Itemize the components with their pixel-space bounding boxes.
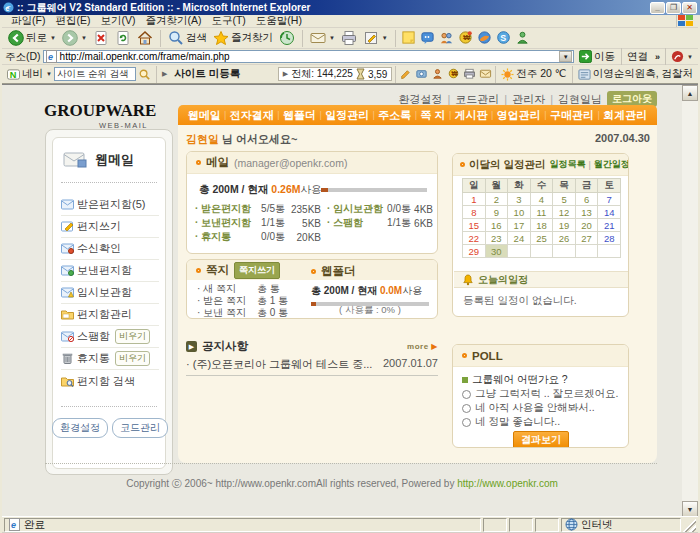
poll-result-button[interactable]: 결과보기 <box>513 431 569 448</box>
memo-write-button[interactable]: 쪽지쓰기 <box>234 262 280 279</box>
sidebar-item-6[interactable]: 편지함관리 <box>61 304 159 326</box>
msn-icon[interactable]: S <box>496 30 511 47</box>
footer-link[interactable]: http://www.openkr.com <box>457 478 558 489</box>
mail2-icon[interactable] <box>479 67 492 82</box>
naver-search-input[interactable]: 사이트 순위 검색 <box>54 67 136 81</box>
links-button[interactable]: 연결 » <box>625 47 662 66</box>
calendar-day[interactable]: 14 <box>598 206 621 219</box>
calendar-day[interactable]: 24 <box>508 232 531 245</box>
messenger-icon[interactable] <box>420 30 435 47</box>
menu-item[interactable]: 도움말(H) <box>251 14 307 28</box>
calendar-day[interactable]: 9 <box>485 206 508 219</box>
menu-item[interactable]: 편집(E) <box>50 14 95 28</box>
edit-button[interactable]: ▼ <box>361 29 390 48</box>
naver-logo-button[interactable]: N 네비▼ <box>5 65 54 84</box>
nav-tab-2[interactable]: 전자결재 <box>230 108 274 123</box>
radio-icon[interactable] <box>462 404 471 413</box>
resize-grip[interactable] <box>683 518 696 532</box>
favorites-button[interactable]: 즐겨찾기 <box>211 29 275 48</box>
nav-tab-1[interactable]: 웹메일 <box>188 108 221 123</box>
go-button[interactable]: 이동 <box>576 50 618 64</box>
calendar-day[interactable]: 30 <box>485 245 508 258</box>
calendar-day[interactable]: 5 <box>553 193 576 206</box>
address-input[interactable]: e http://mail.openkr.com/frame/main.php … <box>43 50 575 63</box>
pencil-icon[interactable] <box>399 67 412 82</box>
nav-tab-4[interactable]: 일정관리 <box>325 108 369 123</box>
nav-tab-8[interactable]: 영업관리 <box>497 108 541 123</box>
back-button[interactable]: 뒤로▼ <box>6 29 58 48</box>
person-icon[interactable] <box>431 67 444 82</box>
people-icon[interactable] <box>515 30 530 47</box>
calendar-day[interactable]: 13 <box>575 206 598 219</box>
poll-option-1[interactable]: 그냥 그럭저럭 .. 잘모르겠어요. <box>462 387 622 401</box>
notice-item[interactable]: · (주)오픈코리아 그룹웨어 테스트 중... 2007.01.07 <box>186 357 438 372</box>
adobe-pdf-button[interactable]: ▼ <box>669 47 695 66</box>
menu-item[interactable]: 도구(T) <box>206 14 250 28</box>
sidebar-item-5[interactable]: 임시보관함 <box>61 282 159 304</box>
notice-more-link[interactable]: more ▶ <box>407 342 438 351</box>
calendar-day[interactable]: 17 <box>508 219 531 232</box>
nav-tab-7[interactable]: 게시판 <box>455 108 488 123</box>
calendar-day[interactable]: 18 <box>530 219 553 232</box>
radio-icon[interactable] <box>462 418 471 427</box>
calendar-day[interactable]: 27 <box>575 232 598 245</box>
maximize-button[interactable]: ❐ <box>666 2 681 14</box>
calendar-day[interactable]: 25 <box>530 232 553 245</box>
menu-item[interactable]: 보기(V) <box>95 14 140 28</box>
empty-button[interactable]: 비우기 <box>115 351 150 366</box>
calendar-day[interactable]: 2 <box>485 193 508 206</box>
calendar-link-1[interactable]: 일정목록 <box>549 158 585 171</box>
calendar-day[interactable]: 12 <box>553 206 576 219</box>
calendar-day[interactable]: 3 <box>508 193 531 206</box>
nav-tab-5[interactable]: 주소록 <box>378 108 411 123</box>
poll-option-2[interactable]: 네 아직 사용을 안해봐서.. <box>462 401 622 415</box>
mail-button[interactable]: ▼ <box>308 29 337 48</box>
nav-tab-9[interactable]: 구매관리 <box>550 108 594 123</box>
calendar-day[interactable]: 11 <box>530 206 553 219</box>
sidebar-item-3[interactable]: 수신확인 <box>61 238 159 260</box>
vertical-scrollbar[interactable]: ▲ ▼ <box>682 85 698 517</box>
sidebar-item-2[interactable]: 편지쓰기 <box>61 216 159 238</box>
calendar-day[interactable]: 19 <box>553 219 576 232</box>
nav-tab-10[interactable]: 회계관리 <box>603 108 647 123</box>
home-button[interactable] <box>135 29 155 48</box>
naver-search-button[interactable] <box>136 65 153 84</box>
calendar-day[interactable]: 7 <box>598 193 621 206</box>
sidebar-item-7[interactable]: 스팸함비우기 <box>61 326 159 348</box>
printer-icon[interactable] <box>463 67 476 82</box>
finance-icon[interactable]: ₩ <box>458 30 473 47</box>
calendar-link-2[interactable]: 월간일정표 <box>594 158 629 171</box>
sidebar-item-8[interactable]: 휴지통비우기 <box>61 348 159 370</box>
calendar-day[interactable]: 15 <box>463 219 486 232</box>
stop-button[interactable] <box>91 29 111 48</box>
contacts-icon[interactable] <box>439 30 454 47</box>
calendar-day[interactable]: 29 <box>463 245 486 258</box>
menu-item[interactable]: 파일(F) <box>6 14 50 28</box>
calendar-day[interactable]: 10 <box>508 206 531 219</box>
calendar-day[interactable]: 23 <box>485 232 508 245</box>
capture-icon[interactable] <box>415 67 428 82</box>
menu-item[interactable]: 즐겨찾기(A) <box>140 14 206 28</box>
sidebar-button-2[interactable]: 코드관리 <box>112 418 168 438</box>
money-icon[interactable]: ₩ <box>447 67 460 82</box>
poll-option-3[interactable]: 네 정말 좋습니다.. <box>462 415 622 429</box>
calendar-day[interactable]: 21 <box>598 219 621 232</box>
empty-button[interactable]: 비우기 <box>115 329 150 344</box>
sidebar-item-1[interactable]: 받은편지함(5) <box>61 194 159 216</box>
minimize-button[interactable]: _ <box>650 2 665 14</box>
scroll-down-button[interactable]: ▼ <box>682 501 698 517</box>
calendar-day[interactable]: 4 <box>530 193 553 206</box>
calendar-day[interactable]: 26 <box>553 232 576 245</box>
calendar-day[interactable]: 16 <box>485 219 508 232</box>
naver-news[interactable]: 이영순의원측, 검찰처 <box>576 65 695 84</box>
nav-tab-3[interactable]: 웹폴더 <box>283 108 316 123</box>
sidebar-item-4[interactable]: 보낸편지함 <box>61 260 159 282</box>
nav-tab-6[interactable]: 쪽 지 <box>420 108 445 123</box>
history-button[interactable] <box>277 29 297 48</box>
scroll-up-button[interactable]: ▲ <box>682 85 698 101</box>
calendar-day[interactable]: 1 <box>463 193 486 206</box>
calendar-day[interactable]: 20 <box>575 219 598 232</box>
search-button[interactable]: 검색 <box>166 29 209 48</box>
naver-weather[interactable]: 전주 20 ℃ <box>499 65 568 84</box>
print-button[interactable] <box>339 29 359 48</box>
